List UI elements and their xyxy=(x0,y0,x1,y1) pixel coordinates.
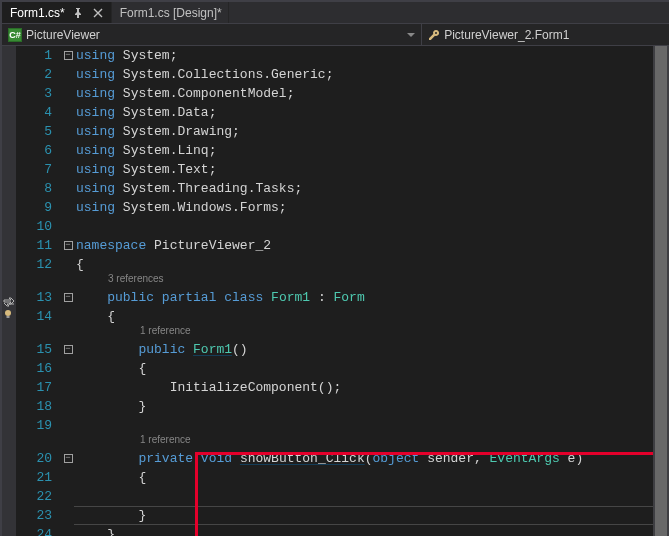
line-number: 5 xyxy=(16,122,62,141)
wrench-icon xyxy=(428,29,440,41)
line-number: 24 xyxy=(16,525,62,536)
line-number: 23 xyxy=(16,506,62,525)
line-number: 12 xyxy=(16,255,62,274)
line-number: 21 xyxy=(16,468,62,487)
tab-label: Form1.cs* xyxy=(10,6,65,20)
line-number: 13 xyxy=(16,288,62,307)
tab-form1-design[interactable]: Form1.cs [Design]* xyxy=(112,2,229,23)
csharp-project-icon: C# xyxy=(8,28,22,42)
line-number: 14 xyxy=(16,307,62,326)
line-number: 2 xyxy=(16,65,62,84)
line-number: 15 xyxy=(16,340,62,359)
chevron-down-icon[interactable] xyxy=(407,31,415,39)
context-bar: C# PictureViewer PictureViewer_2.Form1 xyxy=(2,24,669,46)
fold-toggle[interactable]: − xyxy=(64,51,73,60)
indicator-margin xyxy=(2,46,16,536)
fold-toggle[interactable]: − xyxy=(64,454,73,463)
context-member-dropdown[interactable]: PictureViewer_2.Form1 xyxy=(422,24,669,45)
line-number: 9 xyxy=(16,198,62,217)
line-number: 10 xyxy=(16,217,62,236)
lightbulb-icon[interactable] xyxy=(3,308,15,318)
line-number: 1 xyxy=(16,46,62,65)
fold-toggle[interactable]: − xyxy=(64,345,73,354)
svg-point-0 xyxy=(5,310,11,316)
line-number: 18 xyxy=(16,397,62,416)
tab-bar: Form1.cs* Form1.cs [Design]* xyxy=(2,2,669,24)
line-number: 11 xyxy=(16,236,62,255)
line-number: 16 xyxy=(16,359,62,378)
codelens-ctor[interactable]: 1 reference xyxy=(74,321,191,340)
vertical-scrollbar[interactable] xyxy=(653,46,669,536)
svg-rect-1 xyxy=(7,316,10,318)
line-number xyxy=(16,274,62,288)
tab-form1-cs[interactable]: Form1.cs* xyxy=(2,2,112,23)
context-right-label: PictureViewer_2.Form1 xyxy=(444,28,569,42)
fold-toggle[interactable]: − xyxy=(64,241,73,250)
line-number xyxy=(16,326,62,340)
line-number: 7 xyxy=(16,160,62,179)
code-editor[interactable]: 1 2 3 4 5 6 7 8 9 10 11 12 13 14 15 16 1… xyxy=(2,46,669,536)
line-number: 8 xyxy=(16,179,62,198)
line-number-gutter: 1 2 3 4 5 6 7 8 9 10 11 12 13 14 15 16 1… xyxy=(16,46,62,536)
line-number: 20 xyxy=(16,449,62,468)
line-number xyxy=(16,435,62,449)
fold-toggle[interactable]: − xyxy=(64,293,73,302)
tab-label: Form1.cs [Design]* xyxy=(120,6,222,20)
codelens-class[interactable]: 3 references xyxy=(74,269,164,288)
context-left-label: PictureViewer xyxy=(26,28,100,42)
codelens-handler[interactable]: 1 reference xyxy=(74,430,191,449)
swap-icon[interactable] xyxy=(3,296,15,306)
scrollbar-thumb[interactable] xyxy=(655,46,667,536)
line-number: 4 xyxy=(16,103,62,122)
code-area[interactable]: −using System; using System.Collections.… xyxy=(62,46,669,536)
line-number: 22 xyxy=(16,487,62,506)
line-number: 3 xyxy=(16,84,62,103)
close-icon[interactable] xyxy=(91,6,105,20)
line-number: 19 xyxy=(16,416,62,435)
context-type-dropdown[interactable]: C# PictureViewer xyxy=(2,24,422,45)
pin-icon[interactable] xyxy=(71,6,85,20)
line-number: 6 xyxy=(16,141,62,160)
line-number: 17 xyxy=(16,378,62,397)
